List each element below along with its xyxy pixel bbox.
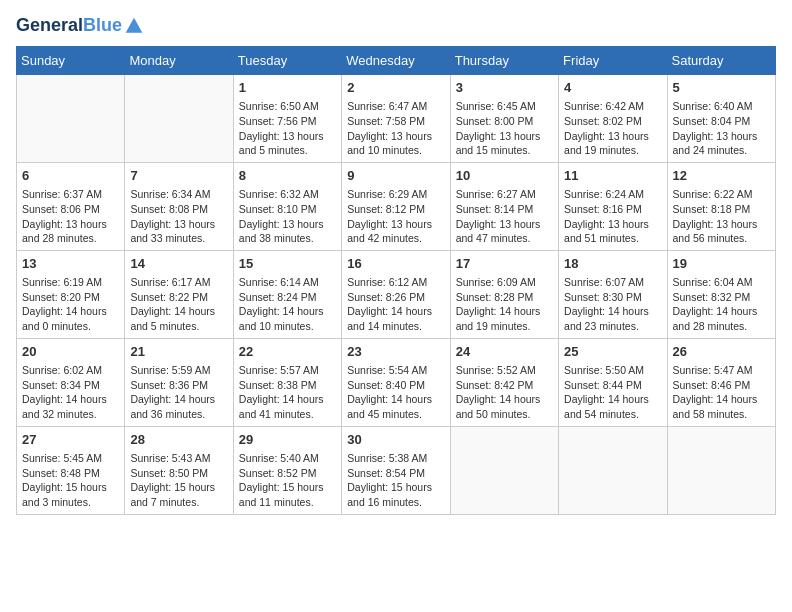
day-info: Sunrise: 6:37 AM Sunset: 8:06 PM Dayligh… (22, 187, 119, 246)
day-info: Sunrise: 6:19 AM Sunset: 8:20 PM Dayligh… (22, 275, 119, 334)
day-number: 15 (239, 255, 336, 273)
day-cell: 22Sunrise: 5:57 AM Sunset: 8:38 PM Dayli… (233, 338, 341, 426)
calendar-table: SundayMondayTuesdayWednesdayThursdayFrid… (16, 46, 776, 515)
day-info: Sunrise: 6:45 AM Sunset: 8:00 PM Dayligh… (456, 99, 553, 158)
day-cell: 11Sunrise: 6:24 AM Sunset: 8:16 PM Dayli… (559, 162, 667, 250)
day-cell: 17Sunrise: 6:09 AM Sunset: 8:28 PM Dayli… (450, 250, 558, 338)
day-cell: 29Sunrise: 5:40 AM Sunset: 8:52 PM Dayli… (233, 426, 341, 514)
week-row-4: 20Sunrise: 6:02 AM Sunset: 8:34 PM Dayli… (17, 338, 776, 426)
day-number: 24 (456, 343, 553, 361)
day-cell: 21Sunrise: 5:59 AM Sunset: 8:36 PM Dayli… (125, 338, 233, 426)
day-cell: 18Sunrise: 6:07 AM Sunset: 8:30 PM Dayli… (559, 250, 667, 338)
day-info: Sunrise: 6:32 AM Sunset: 8:10 PM Dayligh… (239, 187, 336, 246)
day-info: Sunrise: 5:50 AM Sunset: 8:44 PM Dayligh… (564, 363, 661, 422)
day-number: 12 (673, 167, 770, 185)
day-number: 26 (673, 343, 770, 361)
day-cell (125, 75, 233, 163)
day-cell (559, 426, 667, 514)
day-number: 11 (564, 167, 661, 185)
day-cell: 20Sunrise: 6:02 AM Sunset: 8:34 PM Dayli… (17, 338, 125, 426)
day-number: 3 (456, 79, 553, 97)
day-number: 30 (347, 431, 444, 449)
day-cell: 12Sunrise: 6:22 AM Sunset: 8:18 PM Dayli… (667, 162, 775, 250)
day-number: 19 (673, 255, 770, 273)
day-number: 17 (456, 255, 553, 273)
day-cell (450, 426, 558, 514)
weekday-header-sunday: Sunday (17, 47, 125, 75)
day-info: Sunrise: 6:17 AM Sunset: 8:22 PM Dayligh… (130, 275, 227, 334)
day-info: Sunrise: 6:40 AM Sunset: 8:04 PM Dayligh… (673, 99, 770, 158)
day-number: 21 (130, 343, 227, 361)
day-number: 8 (239, 167, 336, 185)
day-cell: 15Sunrise: 6:14 AM Sunset: 8:24 PM Dayli… (233, 250, 341, 338)
weekday-header-saturday: Saturday (667, 47, 775, 75)
day-info: Sunrise: 6:02 AM Sunset: 8:34 PM Dayligh… (22, 363, 119, 422)
day-info: Sunrise: 6:47 AM Sunset: 7:58 PM Dayligh… (347, 99, 444, 158)
weekday-header-thursday: Thursday (450, 47, 558, 75)
day-cell: 10Sunrise: 6:27 AM Sunset: 8:14 PM Dayli… (450, 162, 558, 250)
day-info: Sunrise: 5:40 AM Sunset: 8:52 PM Dayligh… (239, 451, 336, 510)
day-cell: 23Sunrise: 5:54 AM Sunset: 8:40 PM Dayli… (342, 338, 450, 426)
day-number: 16 (347, 255, 444, 273)
day-cell: 26Sunrise: 5:47 AM Sunset: 8:46 PM Dayli… (667, 338, 775, 426)
logo: GeneralBlue (16, 16, 144, 36)
day-cell: 24Sunrise: 5:52 AM Sunset: 8:42 PM Dayli… (450, 338, 558, 426)
day-info: Sunrise: 6:07 AM Sunset: 8:30 PM Dayligh… (564, 275, 661, 334)
day-number: 13 (22, 255, 119, 273)
day-cell: 8Sunrise: 6:32 AM Sunset: 8:10 PM Daylig… (233, 162, 341, 250)
day-number: 9 (347, 167, 444, 185)
day-number: 4 (564, 79, 661, 97)
day-number: 7 (130, 167, 227, 185)
day-number: 25 (564, 343, 661, 361)
day-info: Sunrise: 5:45 AM Sunset: 8:48 PM Dayligh… (22, 451, 119, 510)
day-info: Sunrise: 6:12 AM Sunset: 8:26 PM Dayligh… (347, 275, 444, 334)
day-cell: 16Sunrise: 6:12 AM Sunset: 8:26 PM Dayli… (342, 250, 450, 338)
weekday-header-row: SundayMondayTuesdayWednesdayThursdayFrid… (17, 47, 776, 75)
day-cell: 1Sunrise: 6:50 AM Sunset: 7:56 PM Daylig… (233, 75, 341, 163)
day-number: 23 (347, 343, 444, 361)
day-info: Sunrise: 6:22 AM Sunset: 8:18 PM Dayligh… (673, 187, 770, 246)
day-info: Sunrise: 6:29 AM Sunset: 8:12 PM Dayligh… (347, 187, 444, 246)
day-number: 18 (564, 255, 661, 273)
day-cell: 9Sunrise: 6:29 AM Sunset: 8:12 PM Daylig… (342, 162, 450, 250)
day-cell: 27Sunrise: 5:45 AM Sunset: 8:48 PM Dayli… (17, 426, 125, 514)
day-number: 6 (22, 167, 119, 185)
day-info: Sunrise: 5:54 AM Sunset: 8:40 PM Dayligh… (347, 363, 444, 422)
week-row-5: 27Sunrise: 5:45 AM Sunset: 8:48 PM Dayli… (17, 426, 776, 514)
day-number: 2 (347, 79, 444, 97)
day-number: 29 (239, 431, 336, 449)
day-cell (667, 426, 775, 514)
day-cell: 3Sunrise: 6:45 AM Sunset: 8:00 PM Daylig… (450, 75, 558, 163)
day-cell: 5Sunrise: 6:40 AM Sunset: 8:04 PM Daylig… (667, 75, 775, 163)
day-cell: 19Sunrise: 6:04 AM Sunset: 8:32 PM Dayli… (667, 250, 775, 338)
weekday-header-monday: Monday (125, 47, 233, 75)
weekday-header-tuesday: Tuesday (233, 47, 341, 75)
day-info: Sunrise: 6:50 AM Sunset: 7:56 PM Dayligh… (239, 99, 336, 158)
day-info: Sunrise: 5:47 AM Sunset: 8:46 PM Dayligh… (673, 363, 770, 422)
svg-marker-0 (126, 18, 143, 33)
day-info: Sunrise: 6:27 AM Sunset: 8:14 PM Dayligh… (456, 187, 553, 246)
day-info: Sunrise: 5:52 AM Sunset: 8:42 PM Dayligh… (456, 363, 553, 422)
day-number: 14 (130, 255, 227, 273)
day-cell: 28Sunrise: 5:43 AM Sunset: 8:50 PM Dayli… (125, 426, 233, 514)
day-cell: 7Sunrise: 6:34 AM Sunset: 8:08 PM Daylig… (125, 162, 233, 250)
day-number: 20 (22, 343, 119, 361)
header: GeneralBlue (16, 16, 776, 36)
day-info: Sunrise: 6:34 AM Sunset: 8:08 PM Dayligh… (130, 187, 227, 246)
day-cell: 25Sunrise: 5:50 AM Sunset: 8:44 PM Dayli… (559, 338, 667, 426)
day-info: Sunrise: 5:57 AM Sunset: 8:38 PM Dayligh… (239, 363, 336, 422)
day-info: Sunrise: 6:42 AM Sunset: 8:02 PM Dayligh… (564, 99, 661, 158)
week-row-2: 6Sunrise: 6:37 AM Sunset: 8:06 PM Daylig… (17, 162, 776, 250)
day-number: 28 (130, 431, 227, 449)
logo-icon (124, 16, 144, 36)
day-cell: 30Sunrise: 5:38 AM Sunset: 8:54 PM Dayli… (342, 426, 450, 514)
day-info: Sunrise: 6:14 AM Sunset: 8:24 PM Dayligh… (239, 275, 336, 334)
weekday-header-wednesday: Wednesday (342, 47, 450, 75)
day-info: Sunrise: 5:43 AM Sunset: 8:50 PM Dayligh… (130, 451, 227, 510)
day-info: Sunrise: 5:59 AM Sunset: 8:36 PM Dayligh… (130, 363, 227, 422)
day-number: 1 (239, 79, 336, 97)
day-info: Sunrise: 6:24 AM Sunset: 8:16 PM Dayligh… (564, 187, 661, 246)
day-cell (17, 75, 125, 163)
day-info: Sunrise: 6:04 AM Sunset: 8:32 PM Dayligh… (673, 275, 770, 334)
week-row-3: 13Sunrise: 6:19 AM Sunset: 8:20 PM Dayli… (17, 250, 776, 338)
